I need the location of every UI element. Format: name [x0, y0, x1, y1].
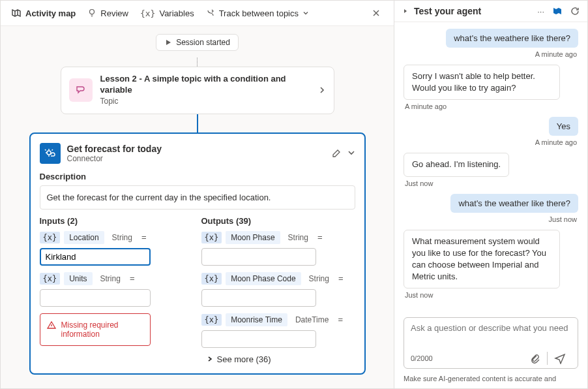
timestamp: Just now [549, 215, 577, 223]
chevron-right-icon[interactable] [318, 86, 326, 94]
forecast-connector-card[interactable]: Get forecast for today Connector Descrip… [29, 132, 366, 375]
edit-button[interactable] [332, 149, 341, 158]
tab-variables[interactable]: {x} Variables [140, 8, 194, 18]
more-button[interactable]: ··· [537, 7, 544, 16]
inputs-column: Inputs (2) {x} Location String = {x} Uni… [40, 216, 194, 364]
svg-point-1 [47, 151, 51, 155]
param-name: Moon Phase [226, 231, 280, 244]
outputs-label: Outputs (39) [201, 216, 355, 226]
attach-button[interactable] [525, 352, 546, 365]
tab-track[interactable]: Track between topics [206, 8, 309, 18]
user-message: Yes [549, 117, 578, 136]
lesson-title: Lesson 2 - A simple topic with a conditi… [100, 74, 310, 96]
param-type: String [305, 272, 333, 285]
panel-title: Test your agent [414, 6, 532, 16]
map-toggle-button[interactable] [552, 6, 563, 16]
disclaimer-text: Make sure AI-generated content is accura… [394, 371, 587, 388]
variable-icon: {x} [40, 273, 61, 285]
see-more-button[interactable]: See more (36) [201, 354, 355, 364]
track-icon [206, 8, 215, 18]
input-param-units: {x} Units String = [40, 272, 194, 285]
top-tabs: Activity map Review {x} Variables Track … [1, 1, 394, 26]
session-label: Session started [176, 38, 230, 47]
param-name: Moon Phase Code [226, 272, 301, 285]
chevron-down-icon [302, 10, 309, 16]
weather-icon [40, 143, 61, 164]
error-box: Missing required information [40, 313, 151, 346]
chat-body[interactable]: what's the weathere like there? A minute… [394, 22, 587, 311]
equals-sign: = [337, 273, 345, 283]
test-agent-panel: Test your agent ··· what's the weathere … [394, 1, 587, 388]
description-label: Description [40, 172, 355, 181]
input-param-location: {x} Location String = [40, 231, 194, 244]
variable-icon: {x} [201, 273, 222, 285]
units-input[interactable] [40, 289, 151, 307]
equals-sign: = [128, 273, 136, 283]
timestamp: Just now [405, 179, 433, 187]
svg-point-0 [90, 10, 95, 14]
bot-message: Go ahead. I'm listening. [404, 153, 509, 176]
variable-icon: {x} [201, 232, 222, 243]
timestamp: Just now [405, 291, 433, 299]
outputs-column: Outputs (39) {x} Moon Phase String = {x}… [201, 216, 355, 364]
param-type: String [284, 231, 312, 244]
output-value[interactable] [201, 330, 316, 348]
collapse-button[interactable] [347, 149, 355, 158]
forecast-subtitle: Connector [67, 154, 325, 163]
variable-icon: {x} [201, 314, 222, 326]
inputs-label: Inputs (2) [40, 216, 194, 226]
equals-sign: = [140, 232, 148, 242]
output-value[interactable] [201, 289, 316, 307]
char-counter: 0/2000 [411, 354, 525, 362]
description-text: Get the forecast for the current day in … [40, 185, 355, 210]
bot-message: Sorry I wasn't able to help better. Woul… [404, 65, 560, 100]
bulb-icon [87, 8, 96, 18]
see-more-label: See more (36) [217, 354, 271, 364]
topic-icon [69, 78, 93, 102]
activity-map-panel: Activity map Review {x} Variables Track … [1, 1, 394, 388]
tab-review[interactable]: Review [87, 8, 128, 18]
timestamp: A minute ago [535, 138, 577, 146]
send-button[interactable] [549, 351, 571, 366]
forecast-title: Get forecast for today [67, 144, 325, 154]
warning-icon [47, 320, 56, 339]
param-name: Moonrise Time [226, 313, 287, 326]
variables-icon: {x} [140, 8, 155, 18]
chat-input-box: 0/2000 [404, 317, 578, 369]
output-value[interactable] [201, 248, 316, 266]
param-name: Units [64, 272, 92, 285]
lesson-card[interactable]: Lesson 2 - A simple topic with a conditi… [61, 67, 334, 114]
play-icon [164, 39, 172, 46]
tab-label: Track between topics [219, 8, 299, 18]
bot-message: What measurement system would you like t… [404, 230, 560, 289]
param-type: String [96, 272, 125, 285]
expand-icon[interactable] [402, 8, 409, 14]
timestamp: A minute ago [535, 50, 577, 58]
timestamp: A minute ago [405, 102, 447, 110]
map-icon [11, 8, 22, 18]
tab-activity-map[interactable]: Activity map [11, 8, 76, 18]
lesson-subtitle: Topic [100, 97, 119, 106]
equals-sign: = [336, 315, 344, 324]
location-input[interactable] [40, 248, 151, 266]
canvas[interactable]: Session started Lesson 2 - A simple topi… [1, 26, 394, 388]
session-started-chip: Session started [156, 34, 239, 51]
variable-icon: {x} [40, 232, 61, 243]
output-param: {x} Moon Phase Code String = [201, 272, 355, 285]
close-button[interactable] [369, 6, 383, 20]
tab-label: Activity map [25, 8, 76, 18]
param-name: Location [64, 231, 104, 244]
refresh-button[interactable] [570, 7, 580, 16]
user-message: what's the weathere like there? [446, 29, 578, 48]
param-type: String [108, 231, 136, 244]
error-text: Missing required information [61, 320, 143, 339]
chat-input[interactable] [411, 323, 571, 347]
user-message: what's the weather like there? [450, 194, 578, 213]
output-param: {x} Moonrise Time DateTime = [201, 313, 355, 326]
param-type: DateTime [291, 313, 333, 326]
equals-sign: = [316, 232, 324, 242]
tab-label: Variables [159, 8, 194, 18]
tab-label: Review [100, 8, 128, 18]
output-param: {x} Moon Phase String = [201, 231, 355, 244]
